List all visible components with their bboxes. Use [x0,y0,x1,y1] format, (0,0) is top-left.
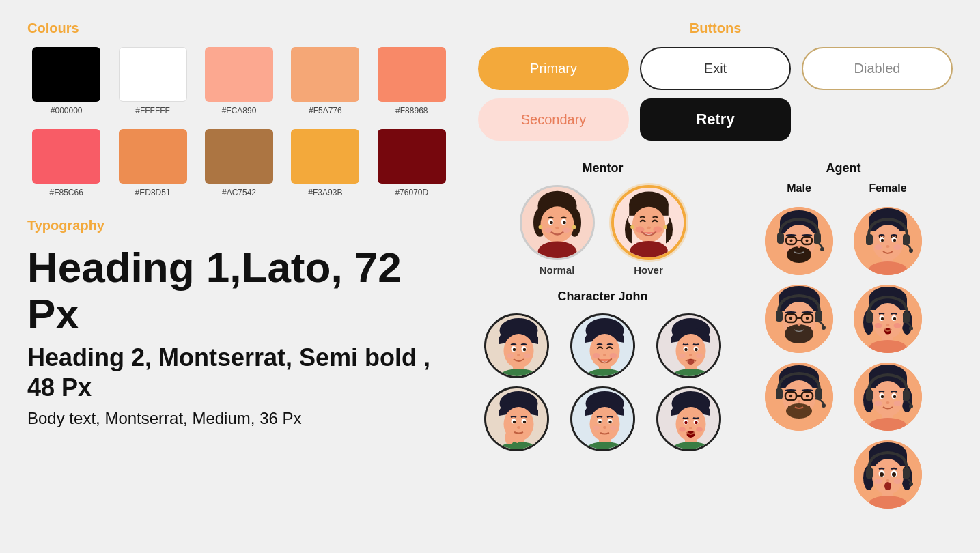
john-grid [478,313,727,451]
swatch-f3a93b [291,129,359,184]
colour-label-76070d: #76070D [395,188,428,197]
colour-swatch-f3a93b: #F3A93B [286,129,364,197]
swatch-f85c66 [32,129,100,184]
svg-point-194 [909,404,913,408]
john-face-2 [564,313,642,378]
svg-point-82 [593,426,600,431]
svg-point-12 [555,227,559,229]
secondary-button[interactable]: Secondary [478,98,629,141]
svg-point-45 [603,354,606,356]
mentor-normal-svg [522,185,593,260]
colour-label-ac7542: #AC7542 [222,188,256,197]
mentor-normal-avatar [520,185,595,260]
svg-point-188 [893,395,896,398]
john-face-5 [564,386,642,451]
svg-point-10 [550,221,553,225]
agent-female-column: Female [854,182,922,509]
svg-point-207 [886,479,890,482]
typography-title: Typography [27,218,451,233]
svg-point-151 [893,239,896,242]
mentor-avatars-row: Normal [478,185,727,276]
agent-female-2 [854,285,922,353]
svg-point-209 [875,479,882,484]
svg-point-111 [820,247,824,251]
svg-point-108 [798,245,801,248]
characters-row: Mentor [478,161,953,509]
colour-label-white: #FFFFFF [135,106,170,115]
exit-button[interactable]: Exit [640,47,791,90]
svg-point-80 [608,421,611,423]
svg-point-153 [875,244,882,250]
colour-label-fca890: #FCA890 [222,106,257,115]
svg-point-16 [562,228,570,233]
svg-point-15 [544,228,552,233]
svg-point-206 [892,472,896,477]
agent-title: Agent [734,161,953,175]
primary-button[interactable]: Primary [478,47,629,90]
mentor-hover-label: Hover [634,264,663,276]
colour-swatch-white: #FFFFFF [113,47,191,115]
svg-point-93 [689,427,692,429]
svg-point-154 [894,244,901,250]
svg-rect-117 [787,327,811,338]
svg-point-170 [886,324,890,326]
svg-point-81 [603,426,606,429]
colour-label-black: #000000 [51,106,83,115]
svg-point-91 [684,421,687,424]
svg-rect-102 [789,249,809,259]
svg-point-59 [679,354,686,358]
john-face-3 [649,313,727,378]
swatch-f88968 [378,47,446,102]
mentor-title: Mentor [478,161,727,175]
svg-point-145 [872,225,904,260]
colour-label-f88968: #F88968 [395,106,428,115]
john-avatar-5 [570,386,635,451]
svg-point-182 [872,381,904,416]
swatch-ac7542 [205,129,273,184]
colour-swatch-f5a776: #F5A776 [286,47,364,115]
colour-swatches-row2: #F85C66 #ED8D51 #AC7542 #F3A93B #76070D [27,129,451,197]
colour-swatches-row1: #000000 #FFFFFF #FCA890 #F5A776 #F88968 [27,47,451,115]
retry-button[interactable]: Retry [640,98,791,141]
svg-rect-155 [866,234,873,245]
svg-rect-139 [776,388,783,399]
svg-point-57 [689,354,692,356]
swatch-white [119,47,187,102]
svg-point-126 [822,326,826,330]
svg-point-74 [589,407,619,441]
svg-point-138 [798,400,801,403]
heading1-example: Heading 1,Lato, 72 Px [27,244,451,337]
mentor-normal-label: Normal [540,264,575,276]
swatch-black [32,47,100,102]
svg-point-107 [806,240,809,242]
svg-point-189 [886,401,890,404]
svg-point-37 [517,354,520,356]
svg-point-30 [504,334,534,368]
svg-point-26 [635,227,644,233]
character-john-section: Character John [478,289,727,451]
colour-swatch-76070d: #76070D [373,129,451,197]
agent-section: Agent Male [734,161,953,509]
svg-rect-132 [788,406,810,414]
svg-rect-125 [815,311,822,322]
svg-rect-174 [866,312,873,323]
svg-rect-124 [776,311,783,322]
mentor-hover: Hover [611,185,686,276]
agent-male-3 [765,363,833,431]
body-text-example: Body text, Montserrat, Medium, 36 Px [27,409,451,428]
colour-label-f85c66: #F85C66 [50,188,83,197]
svg-point-46 [592,353,600,358]
svg-rect-140 [815,388,822,399]
colour-label-ed8d51: #ED8D51 [135,188,171,197]
svg-point-122 [806,317,809,320]
svg-point-208 [884,482,891,490]
john-avatar-6 [656,386,721,451]
svg-point-14 [572,225,576,229]
agent-male-1 [765,207,833,275]
svg-point-11 [563,221,566,225]
colour-swatch-ac7542: #AC7542 [200,129,278,197]
svg-point-123 [798,323,801,326]
svg-point-71 [517,426,520,429]
john-title: Character John [478,289,727,304]
colour-swatch-f85c66: #F85C66 [27,129,105,197]
